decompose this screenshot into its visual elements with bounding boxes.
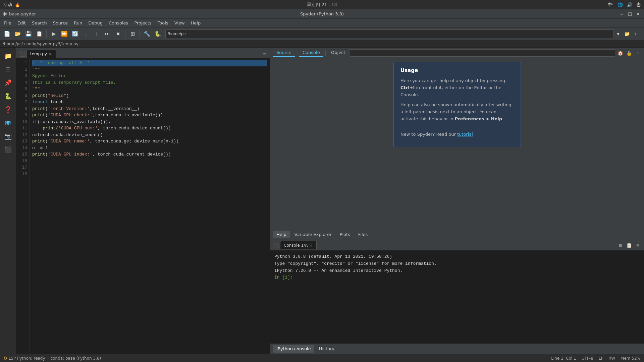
run-button[interactable]: ▶: [49, 29, 59, 39]
toolbar-sep-1: [46, 30, 47, 38]
console-panel-icon[interactable]: ⬛: [273, 243, 279, 248]
step-up-button[interactable]: ↑: [92, 29, 102, 39]
editor-tab-temp-py[interactable]: temp.py ×: [26, 50, 56, 58]
code-line-1: # -*- coding: utf-8 -*-: [32, 60, 267, 66]
main-content: 📁 ☰ 📌 🐍 ❓ 🕷 📷 ⬛ ⬛ temp.py × ≡: [0, 48, 644, 354]
menu-tools[interactable]: Tools: [155, 20, 171, 26]
line-ending: LF: [599, 356, 603, 361]
new-file-button[interactable]: 📄: [2, 29, 12, 39]
console-interrupt-button[interactable]: ⏹: [616, 242, 624, 249]
menu-projects[interactable]: Projects: [131, 20, 154, 26]
app-window: 🕷 base-spyder Spyder (Python 3.8) – □ × …: [0, 9, 644, 362]
code-line-12: if(torch.cuda.is_available()):: [32, 119, 267, 125]
usage-title: Usage: [400, 67, 514, 73]
step-next-button[interactable]: ⏭: [102, 29, 112, 39]
console-tab-ipython[interactable]: IPython console: [273, 345, 314, 353]
save-all-button[interactable]: 📋: [34, 29, 44, 39]
status-bar: ⚙ LSP Python: ready conda: base (Python …: [0, 354, 644, 362]
help-lock-button[interactable]: 🔒: [625, 49, 633, 57]
sidebar-files-icon[interactable]: 📁: [2, 50, 14, 62]
code-editor[interactable]: # -*- coding: utf-8 -*- """ Spyder Edito…: [30, 58, 270, 354]
menu-edit[interactable]: Edit: [15, 20, 29, 26]
editor-options-button[interactable]: ≡: [261, 50, 268, 58]
menu-consoles[interactable]: Consoles: [106, 20, 131, 26]
debug-button[interactable]: 🔃: [70, 29, 80, 39]
status-gear-icon: ⚙: [3, 356, 7, 361]
sidebar-help-icon[interactable]: ❓: [2, 103, 14, 115]
sidebar-camera-icon[interactable]: 📷: [2, 130, 14, 142]
sidebar-spyder-icon[interactable]: 🕷: [2, 117, 14, 129]
console-tab[interactable]: Console 1/A ×: [280, 241, 317, 249]
sync-button[interactable]: ↑: [631, 29, 640, 38]
console-bottom-tabs: IPython console History: [270, 343, 644, 354]
line-num-10: 10: [18, 119, 27, 125]
tab-console[interactable]: Console: [299, 49, 323, 57]
bottom-tab-plots[interactable]: Plots: [336, 231, 354, 238]
menu-help[interactable]: Help: [188, 20, 204, 26]
close-button[interactable]: ×: [635, 11, 641, 17]
editor-tab-close-button[interactable]: ×: [48, 51, 52, 57]
help-bottom-tabs: Help Variable Explorer Plots Files: [270, 229, 644, 240]
code-line-11: print('CUDA GPU check:',torch.cuda.is_av…: [32, 112, 267, 119]
code-line-13: print('CUDA GPU num:', torch.cuda.device…: [32, 125, 267, 132]
layout-button[interactable]: ⊞: [127, 29, 138, 39]
help-options-button[interactable]: ≡: [634, 49, 641, 57]
system-bar-clock: 星期四 21：13: [307, 2, 337, 8]
code-line-16: print('CUDA GPU name:', torch.cuda.get_d…: [32, 138, 267, 145]
maximize-button[interactable]: □: [627, 11, 633, 17]
console-line-2: Type "copyright", "credits" or "license"…: [274, 260, 640, 267]
bottom-tab-help[interactable]: Help: [273, 231, 290, 238]
stop-button[interactable]: ■: [113, 29, 123, 39]
menu-file[interactable]: File: [1, 20, 14, 26]
console-panel: ⬛ Console 1/A × ⏹ 📋 ≡ Python 3.8.8 (defa…: [270, 240, 644, 354]
python-button[interactable]: 🐍: [153, 29, 163, 39]
console-options-button[interactable]: ≡: [634, 242, 641, 249]
object-search-input[interactable]: [350, 49, 615, 57]
tab-object[interactable]: Object: [328, 49, 348, 57]
console-content[interactable]: Python 3.8.8 (default, Apr 13 2021, 19:5…: [270, 251, 644, 343]
save-file-button[interactable]: 💾: [23, 29, 34, 39]
tutorial-link[interactable]: tutorial: [457, 132, 473, 137]
sidebar-outline-icon[interactable]: ☰: [2, 63, 14, 75]
status-right: Line 1, Col 1 UTF-8 LF RW Mem 52%: [551, 356, 641, 361]
help-home-button[interactable]: 🏠: [616, 49, 624, 57]
tab-separator-1: |: [296, 50, 298, 56]
console-tab-close-button[interactable]: ×: [309, 243, 313, 248]
sidebar-terminal-icon[interactable]: ⬛: [2, 143, 14, 156]
editor-panel-icon[interactable]: ⬛: [18, 50, 26, 58]
code-line-6: """: [32, 86, 267, 93]
tools-button[interactable]: 🔧: [142, 29, 152, 39]
help-panel: Source | Console | Object 🏠 🔒 ≡ Usage: [270, 48, 644, 240]
menu-view[interactable]: View: [172, 20, 187, 26]
bottom-tab-variable-explorer[interactable]: Variable Explorer: [291, 231, 335, 238]
line-num-11: 11: [18, 125, 27, 132]
console-restart-button[interactable]: 📋: [625, 242, 633, 249]
step-down-button[interactable]: ↓: [81, 29, 91, 39]
path-container: ▼ 📁 ↑: [165, 29, 640, 38]
browse-button[interactable]: 📁: [623, 29, 631, 38]
tab-source[interactable]: Source: [273, 49, 295, 57]
line-num-16: 16: [18, 158, 27, 165]
right-panel: Source | Console | Object 🏠 🔒 ≡ Usage: [270, 48, 644, 354]
run-cell-button[interactable]: ⏩: [59, 29, 69, 39]
menu-run[interactable]: Run: [71, 20, 85, 26]
minimize-button[interactable]: –: [619, 11, 625, 17]
encoding: UTF-8: [582, 356, 593, 361]
sidebar-projects-icon[interactable]: 📌: [2, 76, 14, 88]
memory-usage: Mem 52%: [621, 356, 641, 361]
path-dropdown-button[interactable]: ▼: [614, 29, 623, 38]
open-file-button[interactable]: 📂: [13, 29, 23, 39]
menu-debug[interactable]: Debug: [86, 20, 105, 26]
console-tab-history[interactable]: History: [316, 345, 338, 353]
volume-icon: 🔊: [627, 2, 632, 7]
bottom-tab-files[interactable]: Files: [355, 231, 371, 238]
toolbar-sep-2: [125, 30, 125, 38]
menu-source[interactable]: Source: [50, 20, 71, 26]
menu-search[interactable]: Search: [29, 20, 50, 26]
language-indicator[interactable]: 中·: [608, 2, 613, 8]
toolbar-sep-3: [140, 30, 140, 38]
path-input[interactable]: [165, 29, 614, 38]
code-line-2: """: [32, 66, 267, 73]
status-left: ⚙ LSP Python: ready: [3, 356, 45, 361]
sidebar-python-icon[interactable]: 🐍: [2, 90, 14, 102]
